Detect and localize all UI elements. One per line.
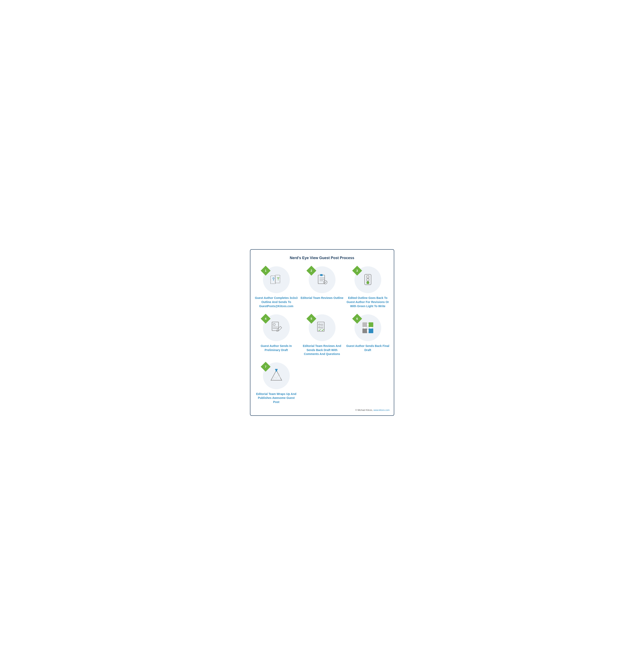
svg-rect-29 [362,322,367,327]
step-2-label: Editorial Team Reviews Outline [301,296,343,300]
step-2: 2 Editorial Team Reviews Outline [300,266,344,308]
step-7-label: Editorial Team Wraps Up And Publishes Aw… [254,392,298,404]
step-1-icon-wrapper: 1 [263,266,290,293]
svg-point-13 [366,279,369,281]
step-5-icon-wrapper: 5 [309,315,335,341]
step-4-icon-wrapper: 4 [263,315,290,341]
svg-rect-0 [271,276,275,284]
footer: © Michael Kitces, www.kitces.com [254,409,390,411]
svg-line-21 [280,326,282,328]
step-7: 7 Editorial Team Wraps Up And Publishes … [254,362,298,404]
step-4-label: Guest Author Sends In Preliminary Draft [254,344,298,352]
step-3: 3 Edited Outline Goes Back To Guest Auth… [346,266,390,308]
steps-grid: 1 Guest Author Completes 3x3x3 Outline A… [254,266,390,404]
svg-rect-1 [275,275,280,283]
svg-rect-6 [320,274,323,276]
step-3-icon-wrapper: 3 [354,266,381,293]
svg-point-26 [318,327,320,328]
svg-point-33 [367,324,369,326]
main-card: Nerd's Eye View Guest Post Process 1 Gue… [250,249,394,416]
step-4: 4 Guest Author Sends In Preliminary Draf… [254,315,298,356]
svg-point-23 [318,324,320,325]
page-title: Nerd's Eye View Guest Post Process [254,256,390,260]
svg-rect-30 [369,322,373,327]
svg-point-36 [364,327,366,329]
svg-point-10 [324,281,327,284]
svg-marker-37 [271,370,282,380]
svg-rect-39 [275,369,277,370]
step-3-label: Edited Outline Goes Back To Guest Author… [346,296,390,308]
step-2-icon-wrapper: 2 [309,266,335,293]
step-6-label: Guest Author Sends Back Final Draft [346,344,390,352]
svg-point-14 [366,281,369,284]
step-1-label: Guest Author Completes 3x3x3 Outline And… [254,296,298,308]
footer-link[interactable]: www.kitces.com [373,409,390,411]
step-6-icon-wrapper: 6 [354,315,381,341]
step-1: 1 Guest Author Completes 3x3x3 Outline A… [254,266,298,308]
step-5: 5 Editorial Team Reviews And Sends Back … [300,315,344,356]
svg-point-12 [366,276,369,278]
footer-text: © Michael Kitces, [355,409,373,411]
step-7-icon-wrapper: 7 [263,362,290,389]
svg-rect-32 [369,328,373,333]
step-6: 6 Guest Author Sends Back Final Draft [346,315,390,356]
svg-point-35 [367,330,369,332]
svg-rect-31 [362,328,367,333]
svg-point-18 [273,323,275,326]
svg-point-34 [370,327,372,329]
svg-point-2 [273,278,274,279]
step-5-label: Editorial Team Reviews And Sends Back Dr… [300,344,344,356]
